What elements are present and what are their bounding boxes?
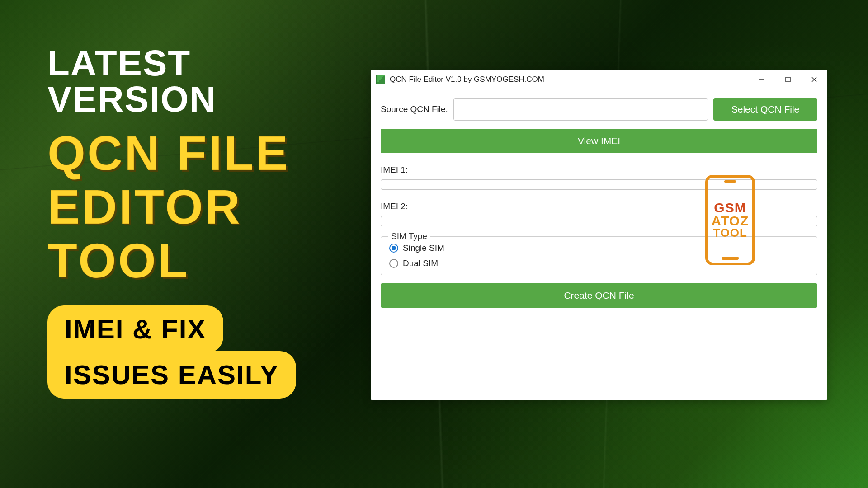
imei1-label: IMEI 1: bbox=[381, 165, 817, 175]
sim-type-group: SIM Type Single SIM Dual SIM bbox=[381, 236, 817, 275]
radio-dual-sim[interactable]: Dual SIM bbox=[389, 258, 809, 268]
maximize-button[interactable] bbox=[775, 70, 801, 89]
close-button[interactable] bbox=[801, 70, 827, 89]
promo-badge: IMEI & FIX ISSUES EASILY bbox=[47, 305, 337, 399]
window-title: QCN File Editor V1.0 by GSMYOGESH.COM bbox=[390, 75, 749, 84]
imei2-input[interactable] bbox=[381, 216, 817, 226]
sim-type-legend: SIM Type bbox=[388, 231, 430, 241]
titlebar[interactable]: QCN File Editor V1.0 by GSMYOGESH.COM bbox=[371, 70, 827, 89]
radio-icon bbox=[389, 244, 398, 253]
select-qcn-button[interactable]: Select QCN File bbox=[713, 98, 817, 121]
view-imei-button[interactable]: View IMEI bbox=[381, 129, 817, 153]
source-file-input[interactable] bbox=[453, 98, 708, 121]
app-window: QCN File Editor V1.0 by GSMYOGESH.COM So… bbox=[371, 70, 827, 400]
create-qcn-button[interactable]: Create QCN File bbox=[381, 283, 817, 308]
source-file-label: Source QCN File: bbox=[381, 104, 448, 114]
imei1-input[interactable] bbox=[381, 179, 817, 190]
imei2-label: IMEI 2: bbox=[381, 202, 817, 211]
app-icon bbox=[376, 75, 385, 84]
promo-headline-top: LATEST VERSION bbox=[47, 45, 337, 117]
radio-icon bbox=[389, 259, 398, 268]
radio-single-sim[interactable]: Single SIM bbox=[389, 243, 809, 253]
minimize-button[interactable] bbox=[749, 70, 775, 89]
promo-panel: LATEST VERSION QCN FILE EDITOR TOOL IMEI… bbox=[47, 45, 337, 399]
svg-rect-1 bbox=[786, 77, 790, 82]
promo-headline-main: QCN FILE EDITOR TOOL bbox=[47, 127, 337, 287]
